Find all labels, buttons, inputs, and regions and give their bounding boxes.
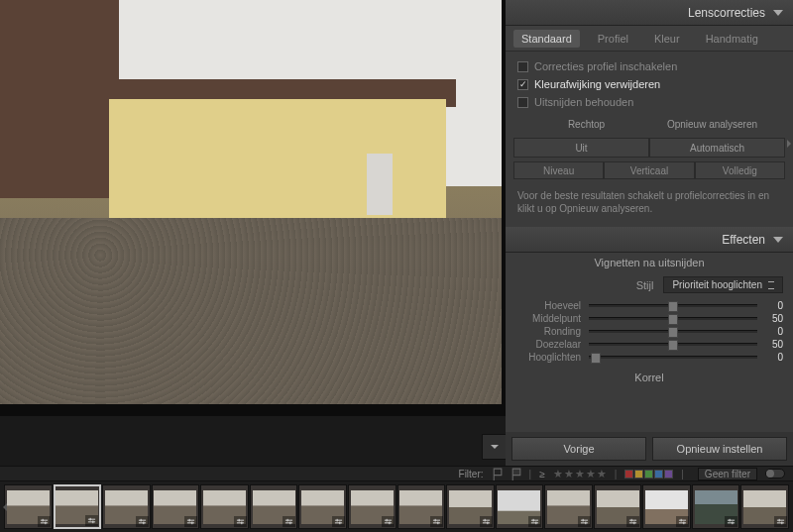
chevron-right-icon bbox=[786, 139, 792, 149]
slider-roundness[interactable] bbox=[589, 330, 757, 333]
filmstrip-thumb[interactable] bbox=[594, 484, 642, 529]
filter-preset-dropdown[interactable]: Geen filter bbox=[698, 468, 757, 480]
svg-rect-38 bbox=[484, 519, 485, 522]
color-chip[interactable] bbox=[644, 470, 653, 479]
filmstrip-thumb[interactable] bbox=[496, 484, 544, 529]
soft-proof-dropdown[interactable] bbox=[482, 434, 508, 460]
color-chip[interactable] bbox=[664, 470, 673, 479]
filmstrip-thumb[interactable] bbox=[54, 484, 102, 529]
slider-feather-label: Doezelaar bbox=[515, 339, 581, 350]
svg-rect-1 bbox=[40, 522, 47, 523]
upright-full-button[interactable]: Volledig bbox=[695, 161, 785, 179]
chevron-left-icon bbox=[2, 502, 8, 512]
filmstrip-thumb[interactable] bbox=[102, 484, 151, 529]
preview-image[interactable] bbox=[0, 0, 502, 404]
filmstrip-thumb[interactable] bbox=[642, 484, 691, 529]
slider-amount-row: Hoeveel 0 bbox=[506, 299, 793, 312]
star-icon: ★ bbox=[597, 468, 607, 480]
style-label: Stijl bbox=[636, 279, 654, 291]
svg-rect-44 bbox=[581, 520, 588, 521]
disclosure-triangle-icon[interactable] bbox=[773, 10, 783, 16]
disclosure-triangle-icon[interactable] bbox=[773, 237, 783, 243]
right-panel-expand[interactable] bbox=[785, 129, 793, 159]
svg-rect-33 bbox=[433, 522, 440, 523]
slider-highlights-label: Hooglichten bbox=[515, 352, 581, 363]
filter-bar: Filter: | ≥ ★★★★★ | | Geen filter bbox=[0, 466, 793, 481]
previous-button[interactable]: Vorige bbox=[511, 437, 646, 461]
slider-amount-value[interactable]: 0 bbox=[765, 300, 783, 311]
slider-feather[interactable] bbox=[589, 343, 757, 346]
tab-manual[interactable]: Handmatig bbox=[698, 30, 766, 48]
slider-roundness-label: Ronding bbox=[515, 326, 581, 337]
color-chip[interactable] bbox=[654, 470, 663, 479]
svg-rect-20 bbox=[285, 520, 292, 521]
filmstrip-thumb[interactable] bbox=[4, 484, 53, 529]
tab-color[interactable]: Kleur bbox=[646, 30, 688, 48]
svg-rect-31 bbox=[389, 522, 390, 525]
filmstrip-thumb[interactable] bbox=[740, 484, 789, 529]
panel-header-effects[interactable]: Effecten bbox=[506, 227, 793, 253]
upright-vertical-button[interactable]: Verticaal bbox=[604, 161, 694, 179]
upright-off-button[interactable]: Uit bbox=[513, 138, 649, 158]
slider-midpoint[interactable] bbox=[589, 317, 757, 320]
style-popup[interactable]: Prioriteit hooglichten bbox=[663, 276, 783, 293]
upright-auto-button[interactable]: Automatisch bbox=[649, 138, 785, 158]
has-adjustments-icon bbox=[136, 516, 149, 527]
svg-rect-62 bbox=[779, 519, 780, 522]
svg-rect-37 bbox=[483, 522, 490, 523]
checkbox-remove-ca[interactable]: ✓ bbox=[517, 79, 528, 90]
filter-label: Filter: bbox=[459, 469, 484, 479]
filmstrip-thumb[interactable] bbox=[200, 484, 249, 529]
svg-rect-42 bbox=[533, 519, 534, 522]
slider-midpoint-value[interactable]: 50 bbox=[765, 313, 783, 324]
svg-rect-17 bbox=[237, 522, 244, 523]
upright-level-button[interactable]: Niveau bbox=[513, 161, 604, 179]
vignette-section-title: Vignetten na uitsnijden bbox=[506, 253, 793, 274]
filter-toggle[interactable] bbox=[765, 469, 785, 479]
color-chip[interactable] bbox=[634, 470, 643, 479]
upright-reanalyze-button[interactable]: Opnieuw analyseren bbox=[649, 119, 775, 130]
svg-rect-15 bbox=[192, 522, 193, 525]
slider-highlights[interactable] bbox=[589, 356, 757, 359]
star-icon: ★ bbox=[564, 468, 574, 480]
svg-rect-47 bbox=[585, 522, 586, 525]
filmstrip-thumb[interactable] bbox=[397, 484, 446, 529]
checkbox-constrain-crop[interactable] bbox=[517, 97, 528, 108]
filmstrip[interactable] bbox=[0, 481, 793, 532]
has-adjustments-icon bbox=[430, 516, 443, 527]
filmstrip-thumb[interactable] bbox=[298, 484, 347, 529]
slider-roundness-value[interactable]: 0 bbox=[765, 326, 783, 337]
filmstrip-thumb[interactable] bbox=[692, 484, 740, 529]
filmstrip-thumb[interactable] bbox=[544, 484, 593, 529]
slider-amount[interactable] bbox=[589, 304, 757, 307]
slider-highlights-value[interactable]: 0 bbox=[765, 352, 783, 363]
filmstrip-thumb[interactable] bbox=[348, 484, 396, 529]
star-icon: ★ bbox=[553, 468, 563, 480]
filmstrip-thumb[interactable] bbox=[152, 484, 200, 529]
rating-filter[interactable]: ★★★★★ bbox=[553, 468, 607, 480]
slider-midpoint-row: Middelpunt 50 bbox=[506, 312, 793, 325]
slider-feather-value[interactable]: 50 bbox=[765, 339, 783, 350]
flag-reject-icon[interactable] bbox=[510, 468, 521, 480]
filmstrip-thumb[interactable] bbox=[250, 484, 298, 529]
label-constrain-crop: Uitsnijden behouden bbox=[534, 96, 633, 108]
slider-feather-row: Doezelaar 50 bbox=[506, 338, 793, 351]
flag-pick-icon[interactable] bbox=[492, 468, 503, 480]
filmstrip-thumb[interactable] bbox=[446, 484, 495, 529]
star-icon: ★ bbox=[575, 468, 585, 480]
rating-gte: ≥ bbox=[539, 469, 545, 479]
svg-rect-61 bbox=[777, 522, 784, 523]
tab-profile[interactable]: Profiel bbox=[590, 30, 636, 48]
tab-standard[interactable]: Standaard bbox=[513, 30, 580, 48]
svg-rect-53 bbox=[679, 522, 686, 523]
panel-header-lens[interactable]: Lenscorrecties bbox=[506, 0, 793, 26]
reset-button[interactable]: Opnieuw instellen bbox=[652, 437, 787, 461]
svg-rect-12 bbox=[187, 520, 194, 521]
filmstrip-left-arrow[interactable] bbox=[0, 495, 10, 519]
checkbox-enable-profile[interactable] bbox=[517, 61, 528, 72]
svg-rect-14 bbox=[189, 519, 190, 522]
has-adjustments-icon bbox=[774, 516, 787, 527]
svg-rect-10 bbox=[140, 519, 141, 522]
svg-rect-19 bbox=[241, 522, 242, 525]
color-chip[interactable] bbox=[624, 470, 633, 479]
